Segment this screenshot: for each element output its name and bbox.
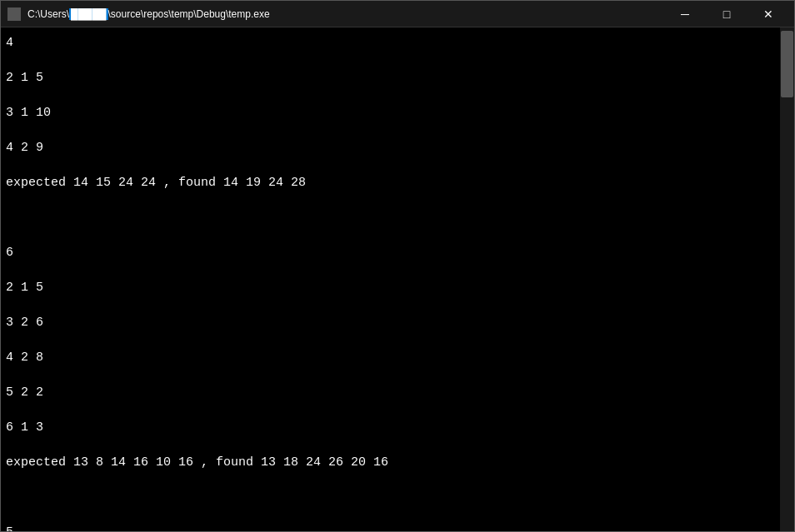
console-line: 2 1 5: [6, 69, 775, 87]
minimize-button[interactable]: ─: [666, 1, 704, 27]
content-area: 42 1 53 1 104 2 9expected 14 15 24 24 , …: [1, 27, 794, 531]
scrollbar-thumb[interactable]: [781, 31, 793, 97]
console-line: 3 2 6: [6, 314, 775, 331]
console-line: 4: [6, 34, 775, 52]
console-line: [6, 489, 775, 506]
titlebar: C:\Users\█████\source\repos\temp\Debug\t…: [1, 1, 794, 27]
console-line: 4 2 9: [6, 139, 775, 157]
console-line: 2 1 5: [6, 279, 775, 296]
window: C:\Users\█████\source\repos\temp\Debug\t…: [0, 0, 795, 532]
console-line: 3 1 10: [6, 104, 775, 122]
console-line: expected 13 8 14 16 10 16 , found 13 18 …: [6, 454, 775, 471]
console-line: 6: [6, 244, 775, 261]
scrollbar[interactable]: [780, 27, 794, 531]
console-line: [6, 209, 775, 226]
console-output: 42 1 53 1 104 2 9expected 14 15 24 24 , …: [1, 27, 780, 531]
console-line: 4 2 8: [6, 349, 775, 366]
console-line: expected 14 15 24 24 , found 14 19 24 28: [6, 174, 775, 191]
console-line: 5: [6, 524, 775, 531]
username-highlight: █████: [69, 8, 108, 20]
console-line: 5 2 2: [6, 384, 775, 401]
close-button[interactable]: ✕: [749, 1, 788, 27]
console-line: 6 1 3: [6, 419, 775, 436]
maximize-button[interactable]: □: [708, 1, 746, 27]
window-title: C:\Users\█████\source\repos\temp\Debug\t…: [28, 8, 666, 20]
app-icon: [8, 7, 21, 21]
window-controls: ─ □ ✕: [666, 1, 788, 27]
